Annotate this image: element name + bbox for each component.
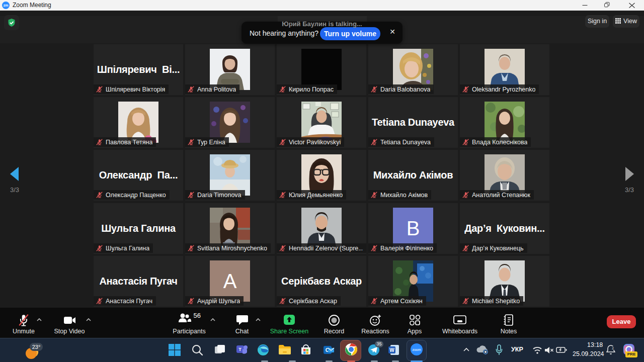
svg-text:Z: Z <box>612 347 614 350</box>
svg-text:W: W <box>389 347 394 353</box>
svg-text:zoom: zoom <box>412 348 421 351</box>
svg-text:T: T <box>238 347 242 352</box>
svg-text:23°: 23° <box>32 344 41 350</box>
